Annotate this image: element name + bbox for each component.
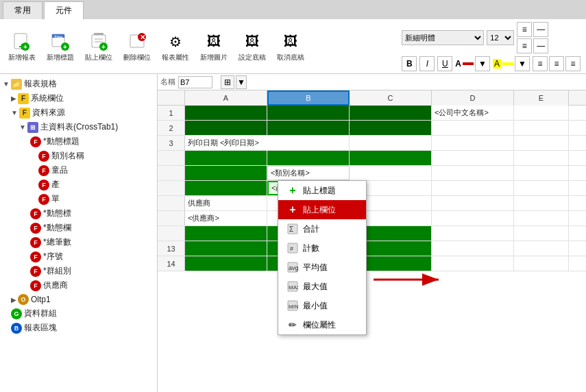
tree-item-dynamic3[interactable]: F *動態欄 bbox=[0, 221, 157, 235]
cell-a2[interactable] bbox=[185, 121, 267, 135]
tab-component[interactable]: 元件 bbox=[44, 1, 84, 19]
add-report-button[interactable]: + 新增報表 bbox=[5, 29, 38, 64]
bold-button[interactable]: B bbox=[402, 56, 417, 71]
oltp-icon: O bbox=[18, 294, 29, 305]
tree-item-group[interactable]: F *群組別 bbox=[0, 264, 157, 278]
cell-dsup2[interactable] bbox=[432, 211, 514, 225]
menu-paste-label[interactable]: + 貼上標題 bbox=[278, 181, 366, 200]
tree-item-main-table[interactable]: ▼ ⊞ 主資料表(CrossTab1) bbox=[0, 120, 157, 134]
line-btn-2[interactable]: ≡ bbox=[517, 38, 532, 53]
cell-acat[interactable] bbox=[185, 166, 267, 180]
align-right[interactable]: ≡ bbox=[565, 56, 581, 71]
cell-ag2[interactable] bbox=[185, 226, 267, 241]
cell-c1[interactable] bbox=[350, 106, 432, 120]
cell-d2[interactable] bbox=[432, 121, 514, 135]
cell-a13[interactable] bbox=[185, 241, 267, 256]
grid-row-g1 bbox=[158, 151, 586, 166]
menu-paste-field[interactable]: + 貼上欄位 bbox=[278, 200, 366, 219]
tree-item-product[interactable]: F 童品 bbox=[0, 163, 157, 177]
cell-e13[interactable] bbox=[514, 241, 569, 256]
report-prop-icon: ⚙ bbox=[164, 31, 186, 53]
cell-d13[interactable] bbox=[432, 241, 514, 256]
tree-item-data-source[interactable]: ▼ F 資料來源 bbox=[0, 106, 157, 120]
svg-text:MAX: MAX bbox=[289, 284, 298, 291]
menu-average[interactable]: avg 平均值 bbox=[278, 258, 366, 277]
cell-ag1[interactable] bbox=[185, 151, 267, 165]
cell-asup2[interactable]: <供應商> bbox=[185, 211, 267, 225]
italic-button[interactable]: I bbox=[419, 56, 435, 71]
cancel-bg-button[interactable]: 🖼 取消底稿 bbox=[274, 29, 307, 64]
line-btn-1[interactable]: ≡ bbox=[517, 22, 532, 37]
align-center[interactable]: ≡ bbox=[549, 56, 564, 71]
tree-item-report-area[interactable]: B 報表區塊 bbox=[0, 321, 157, 335]
tree-item-sys-field[interactable]: ▶ F 系統欄位 bbox=[0, 91, 157, 106]
row-num bbox=[158, 181, 185, 195]
cell-ccat[interactable] bbox=[350, 166, 432, 180]
cell-e1[interactable] bbox=[514, 106, 569, 120]
cell-dprod[interactable] bbox=[432, 181, 514, 195]
cell-c2[interactable] bbox=[350, 121, 432, 135]
cell-dg1[interactable] bbox=[432, 151, 514, 165]
tree-item-supplier[interactable]: F 供應商 bbox=[0, 278, 157, 293]
set-bg-button[interactable]: 🖼 設定底稿 bbox=[236, 29, 269, 64]
dropdown-button[interactable]: ▼ bbox=[236, 75, 247, 89]
tree-item-dynamic-label[interactable]: F *動態標題 bbox=[0, 134, 157, 149]
cell-e14[interactable] bbox=[514, 256, 569, 271]
cell-asup1[interactable]: 供應商 bbox=[185, 196, 267, 210]
underline-button[interactable]: U bbox=[437, 56, 452, 71]
add-image-button[interactable]: 🖼 新增圖片 bbox=[197, 29, 230, 64]
cell-a3[interactable]: 列印日期 <列印日期> bbox=[185, 136, 350, 150]
tree-item-category[interactable]: F 類別名稱 bbox=[0, 149, 157, 163]
menu-max[interactable]: MAX 最大值 bbox=[278, 277, 366, 296]
cell-esup2[interactable] bbox=[514, 211, 569, 225]
cell-a1[interactable] bbox=[185, 106, 267, 120]
cell-ecat[interactable] bbox=[514, 166, 569, 180]
font-color-dropdown[interactable]: ▼ bbox=[475, 56, 490, 71]
cell-d1[interactable]: <公司中文名稱> bbox=[432, 106, 514, 120]
tree-item-oltp1[interactable]: ▶ O Oltp1 bbox=[0, 293, 157, 306]
tab-common[interactable]: 常用 bbox=[3, 1, 42, 19]
line-btn-4[interactable]: — bbox=[533, 38, 548, 53]
delete-field-button[interactable]: ✕ 刪除欄位 bbox=[121, 29, 154, 64]
cell-e2[interactable] bbox=[514, 121, 569, 135]
col-header-d: D bbox=[432, 90, 514, 106]
menu-min[interactable]: MIN 最小值 bbox=[278, 296, 366, 315]
cell-b1[interactable] bbox=[267, 106, 350, 120]
cell-eprod[interactable] bbox=[514, 181, 569, 195]
grid-view-button[interactable]: ⊞ bbox=[221, 75, 234, 89]
tree-item-summary[interactable]: F *總筆數 bbox=[0, 235, 157, 249]
menu-count[interactable]: # 計數 bbox=[278, 238, 366, 258]
cell-eg2[interactable] bbox=[514, 226, 569, 241]
cell-d3[interactable] bbox=[432, 136, 514, 150]
menu-field-prop[interactable]: ✏ 欄位屬性 bbox=[278, 315, 366, 334]
tree-item-single[interactable]: F 單 bbox=[0, 192, 157, 206]
cell-a14[interactable] bbox=[185, 256, 267, 271]
align-left[interactable]: ≡ bbox=[533, 56, 548, 71]
font-name-select[interactable]: 新細明體 bbox=[402, 30, 484, 45]
cell-bcat[interactable]: <類別名稱> bbox=[267, 166, 350, 180]
report-prop-button[interactable]: ⚙ 報表屬性 bbox=[159, 29, 192, 64]
tree-item-report-spec[interactable]: ▼ 📁 報表規格 bbox=[0, 77, 157, 91]
cell-e3[interactable] bbox=[514, 136, 569, 150]
cell-c3[interactable] bbox=[350, 136, 432, 150]
cell-esup1[interactable] bbox=[514, 196, 569, 210]
font-size-select[interactable]: 12 bbox=[487, 30, 514, 45]
menu-sum[interactable]: Σ 合計 bbox=[278, 219, 366, 238]
tree-item-dynamic2[interactable]: F *動態標 bbox=[0, 206, 157, 221]
cell-dg2[interactable] bbox=[432, 226, 514, 241]
cell-cg1[interactable] bbox=[350, 151, 432, 165]
paste-field-button[interactable]: + 貼上欄位 bbox=[82, 29, 115, 64]
tree-item-data-group[interactable]: G 資料群組 bbox=[0, 306, 157, 321]
tree-item-seq[interactable]: F *序號 bbox=[0, 249, 157, 264]
cell-dsup1[interactable] bbox=[432, 196, 514, 210]
cell-eg1[interactable] bbox=[514, 151, 569, 165]
cell-aprod[interactable] bbox=[185, 181, 267, 195]
line-btn-3[interactable]: — bbox=[533, 22, 548, 37]
tree-item-production[interactable]: F 產 bbox=[0, 177, 157, 192]
name-box-input[interactable] bbox=[178, 76, 212, 88]
cell-bg1[interactable] bbox=[267, 151, 350, 165]
add-title-button[interactable]: Title + 新增標題 bbox=[44, 29, 77, 64]
cell-dcat[interactable] bbox=[432, 166, 514, 180]
cell-b2[interactable] bbox=[267, 121, 350, 135]
highlight-dropdown[interactable]: ▼ bbox=[515, 56, 530, 71]
